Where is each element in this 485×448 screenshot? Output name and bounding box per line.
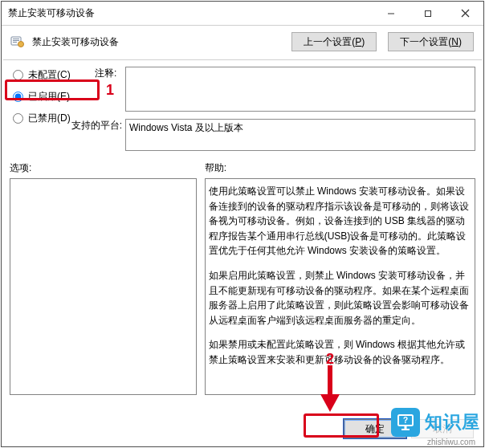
minimize-button[interactable] — [373, 2, 410, 25]
comment-wrap: 注释: — [125, 67, 475, 114]
supported-textarea — [125, 119, 475, 151]
radio-disabled-label: 已禁用(D) — [28, 112, 71, 125]
radio-enabled-label: 已启用(E) — [28, 90, 70, 104]
watermark-icon: ? — [391, 408, 420, 437]
svg-rect-7 — [13, 42, 17, 43]
help-paragraph: 如果启用此策略设置，则禁止 Windows 安装可移动设备，并且不能更新现有可移… — [209, 268, 471, 328]
help-paragraph: 使用此策略设置可以禁止 Windows 安装可移动设备。如果设备连接到的设备的驱… — [209, 184, 471, 259]
config-block: 未配置(C) 已启用(E) 已禁用(D) 注释: 支持的平台: — [2, 65, 483, 157]
radio-not-configured-input[interactable] — [13, 70, 23, 80]
maximize-button[interactable] — [410, 2, 446, 25]
close-button[interactable] — [446, 2, 483, 25]
policy-icon — [10, 34, 26, 50]
radio-disabled-input[interactable] — [13, 113, 23, 124]
svg-point-8 — [18, 42, 24, 47]
help-panel: 使用此策略设置可以禁止 Windows 安装可移动设备。如果设备连接到的设备的驱… — [205, 178, 475, 395]
policy-title: 禁止安装可移动设备 — [32, 35, 280, 49]
radio-enabled-input[interactable] — [13, 92, 23, 102]
svg-text:?: ? — [403, 416, 408, 425]
supported-wrap: 支持的平台: — [125, 119, 475, 153]
radio-not-configured-label: 未配置(C) — [28, 68, 71, 82]
divider — [3, 59, 482, 60]
help-column: 帮助: 使用此策略设置可以禁止 Windows 安装可移动设备。如果设备连接到的… — [205, 161, 475, 411]
window-controls — [373, 2, 483, 25]
header-row: 禁止安装可移动设备 上一个设置(P) 下一个设置(N) — [2, 26, 483, 59]
svg-rect-15 — [405, 426, 407, 429]
svg-rect-6 — [13, 40, 19, 41]
next-setting-button[interactable]: 下一个设置(N) — [388, 32, 474, 51]
options-label: 选项: — [10, 161, 197, 175]
comment-label: 注释: — [95, 67, 116, 80]
comment-textarea[interactable] — [125, 67, 475, 112]
watermark-text: 知识屋 — [425, 410, 480, 434]
options-panel — [10, 178, 197, 395]
watermark-subtext: zhishiwu.com — [427, 438, 475, 446]
supported-label: 支持的平台: — [69, 119, 122, 132]
window-title: 禁止安装可移动设备 — [8, 6, 373, 20]
watermark: ? 知识屋 — [391, 408, 480, 437]
previous-setting-button[interactable]: 上一个设置(P) — [291, 32, 377, 51]
policy-editor-window: 禁止安装可移动设备 禁止安装可移动设备 上一个设置(P) — [1, 1, 484, 447]
radio-enabled[interactable]: 已启用(E) — [13, 90, 117, 104]
help-label: 帮助: — [205, 161, 475, 175]
options-column: 选项: — [10, 161, 197, 411]
svg-rect-5 — [13, 39, 19, 39]
svg-rect-16 — [401, 429, 410, 430]
svg-rect-1 — [426, 10, 431, 16]
titlebar: 禁止安装可移动设备 — [2, 2, 483, 26]
help-paragraph: 如果禁用或未配置此策略设置，则 Windows 根据其他允许或禁止策略设置来安装… — [209, 337, 471, 367]
two-column-area: 选项: 帮助: 使用此策略设置可以禁止 Windows 安装可移动设备。如果设备… — [2, 157, 483, 411]
